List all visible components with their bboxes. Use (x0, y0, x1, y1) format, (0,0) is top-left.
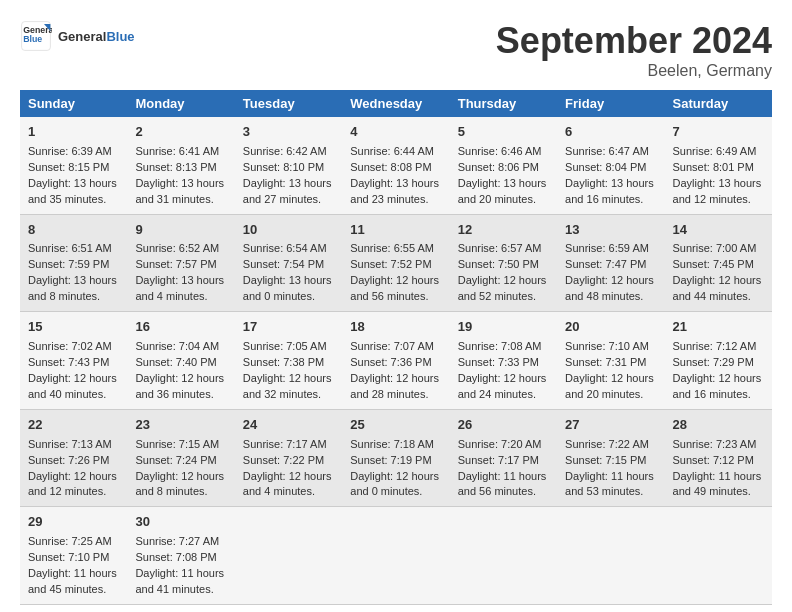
calendar-cell (235, 507, 342, 605)
calendar-cell: 9Sunrise: 6:52 AMSunset: 7:57 PMDaylight… (127, 214, 234, 312)
day-info: Daylight: 12 hours (28, 469, 119, 485)
day-info: Daylight: 13 hours (673, 176, 764, 192)
day-info: Sunrise: 6:51 AM (28, 241, 119, 257)
day-info: Sunrise: 6:52 AM (135, 241, 226, 257)
day-info: Daylight: 13 hours (243, 176, 334, 192)
day-info: and 28 minutes. (350, 387, 441, 403)
calendar-cell (665, 507, 772, 605)
weekday-header: Saturday (665, 90, 772, 117)
weekday-header: Sunday (20, 90, 127, 117)
day-info: Sunset: 7:36 PM (350, 355, 441, 371)
day-info: Sunrise: 7:02 AM (28, 339, 119, 355)
weekday-header: Tuesday (235, 90, 342, 117)
day-number: 2 (135, 123, 226, 142)
day-info: Sunrise: 6:59 AM (565, 241, 656, 257)
calendar-cell: 28Sunrise: 7:23 AMSunset: 7:12 PMDayligh… (665, 409, 772, 507)
day-info: and 56 minutes. (350, 289, 441, 305)
day-info: Sunset: 7:31 PM (565, 355, 656, 371)
day-info: and 8 minutes. (135, 484, 226, 500)
calendar-cell: 19Sunrise: 7:08 AMSunset: 7:33 PMDayligh… (450, 312, 557, 410)
day-info: and 0 minutes. (243, 289, 334, 305)
day-number: 30 (135, 513, 226, 532)
day-info: Sunrise: 7:12 AM (673, 339, 764, 355)
day-number: 1 (28, 123, 119, 142)
day-info: and 16 minutes. (673, 387, 764, 403)
day-info: and 52 minutes. (458, 289, 549, 305)
calendar-cell: 15Sunrise: 7:02 AMSunset: 7:43 PMDayligh… (20, 312, 127, 410)
logo-text: GeneralBlue (58, 29, 135, 44)
calendar-cell: 10Sunrise: 6:54 AMSunset: 7:54 PMDayligh… (235, 214, 342, 312)
calendar-cell: 26Sunrise: 7:20 AMSunset: 7:17 PMDayligh… (450, 409, 557, 507)
calendar-week-row: 8Sunrise: 6:51 AMSunset: 7:59 PMDaylight… (20, 214, 772, 312)
day-number: 5 (458, 123, 549, 142)
day-info: Sunrise: 6:57 AM (458, 241, 549, 257)
day-info: Sunrise: 6:39 AM (28, 144, 119, 160)
day-info: and 0 minutes. (350, 484, 441, 500)
day-info: Sunset: 7:59 PM (28, 257, 119, 273)
day-info: Daylight: 12 hours (458, 273, 549, 289)
svg-text:Blue: Blue (23, 34, 42, 44)
day-info: Daylight: 13 hours (28, 176, 119, 192)
day-info: and 31 minutes. (135, 192, 226, 208)
day-info: Sunset: 7:40 PM (135, 355, 226, 371)
calendar-cell: 20Sunrise: 7:10 AMSunset: 7:31 PMDayligh… (557, 312, 664, 410)
calendar-cell: 25Sunrise: 7:18 AMSunset: 7:19 PMDayligh… (342, 409, 449, 507)
day-info: Daylight: 13 hours (28, 273, 119, 289)
weekday-header-row: SundayMondayTuesdayWednesdayThursdayFrid… (20, 90, 772, 117)
day-info: Sunrise: 7:15 AM (135, 437, 226, 453)
logo: General Blue GeneralBlue (20, 20, 135, 52)
calendar-cell (557, 507, 664, 605)
day-info: Sunset: 7:10 PM (28, 550, 119, 566)
day-info: Daylight: 13 hours (350, 176, 441, 192)
calendar-cell: 16Sunrise: 7:04 AMSunset: 7:40 PMDayligh… (127, 312, 234, 410)
day-info: Sunrise: 7:25 AM (28, 534, 119, 550)
day-number: 26 (458, 416, 549, 435)
day-info: Sunset: 8:15 PM (28, 160, 119, 176)
day-info: Daylight: 12 hours (135, 469, 226, 485)
day-info: Sunrise: 6:46 AM (458, 144, 549, 160)
day-info: Sunset: 7:38 PM (243, 355, 334, 371)
day-info: Daylight: 12 hours (565, 371, 656, 387)
day-number: 23 (135, 416, 226, 435)
day-number: 4 (350, 123, 441, 142)
day-info: Daylight: 13 hours (135, 176, 226, 192)
month-title: September 2024 (496, 20, 772, 62)
title-block: September 2024 Beelen, Germany (496, 20, 772, 80)
day-number: 17 (243, 318, 334, 337)
day-info: and 41 minutes. (135, 582, 226, 598)
day-info: Sunrise: 7:13 AM (28, 437, 119, 453)
day-info: Daylight: 12 hours (673, 273, 764, 289)
day-info: Daylight: 12 hours (350, 371, 441, 387)
day-number: 19 (458, 318, 549, 337)
day-number: 13 (565, 221, 656, 240)
day-info: Sunrise: 7:04 AM (135, 339, 226, 355)
day-info: Sunset: 7:29 PM (673, 355, 764, 371)
day-info: Sunset: 7:33 PM (458, 355, 549, 371)
day-info: Sunrise: 7:05 AM (243, 339, 334, 355)
day-info: Sunrise: 7:08 AM (458, 339, 549, 355)
day-number: 14 (673, 221, 764, 240)
day-info: Daylight: 12 hours (350, 469, 441, 485)
day-info: Sunrise: 7:22 AM (565, 437, 656, 453)
day-info: Sunrise: 6:41 AM (135, 144, 226, 160)
day-info: and 53 minutes. (565, 484, 656, 500)
day-info: Sunset: 7:52 PM (350, 257, 441, 273)
day-info: and 40 minutes. (28, 387, 119, 403)
day-info: Sunset: 7:47 PM (565, 257, 656, 273)
day-info: and 8 minutes. (28, 289, 119, 305)
day-info: Daylight: 11 hours (673, 469, 764, 485)
day-info: Sunset: 8:01 PM (673, 160, 764, 176)
day-info: and 20 minutes. (458, 192, 549, 208)
calendar-cell: 27Sunrise: 7:22 AMSunset: 7:15 PMDayligh… (557, 409, 664, 507)
day-info: Sunrise: 6:49 AM (673, 144, 764, 160)
day-info: Sunset: 7:26 PM (28, 453, 119, 469)
day-info: and 32 minutes. (243, 387, 334, 403)
day-info: Sunset: 7:15 PM (565, 453, 656, 469)
day-info: Daylight: 13 hours (565, 176, 656, 192)
day-info: Sunrise: 6:42 AM (243, 144, 334, 160)
day-number: 7 (673, 123, 764, 142)
calendar-table: SundayMondayTuesdayWednesdayThursdayFrid… (20, 90, 772, 605)
day-number: 24 (243, 416, 334, 435)
calendar-cell: 22Sunrise: 7:13 AMSunset: 7:26 PMDayligh… (20, 409, 127, 507)
logo-icon: General Blue (20, 20, 52, 52)
